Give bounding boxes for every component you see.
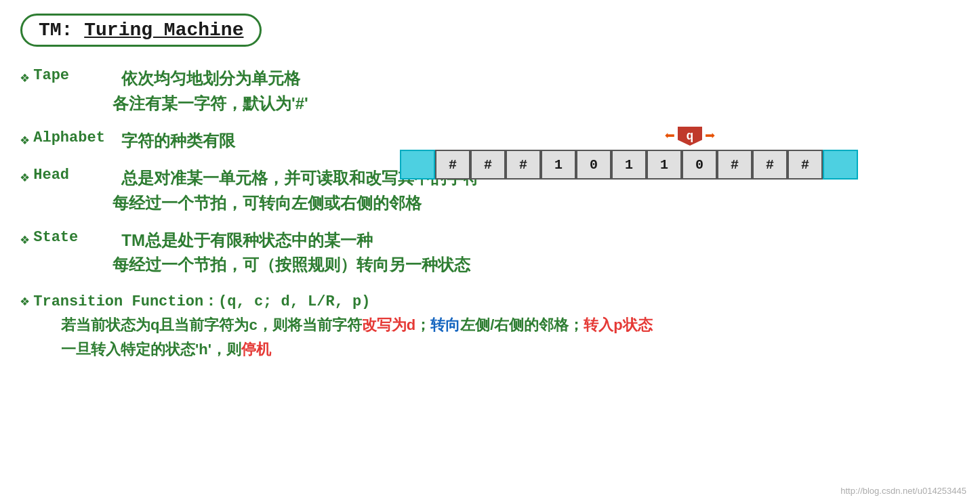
tape-cell-11: # — [788, 150, 823, 180]
watermark: http://blog.csdn.net/u014253445 — [840, 486, 966, 496]
transition-keyword: Transition Function：(q, c; d, L/R, p) — [33, 291, 370, 311]
transition-line2-red: 停机 — [241, 341, 271, 358]
transition-line1-red1: 改写为d — [362, 316, 415, 333]
transition-line1-mid2: 左侧/右侧的邻格； — [460, 316, 584, 333]
state-line1: TM总是处于有限种状态中的某一种 — [121, 229, 373, 252]
page-container: TM: Turing Machine ❖ Tape 依次均匀地划分为单元格 各注… — [0, 0, 980, 504]
bullet-diamond-alphabet: ❖ — [20, 131, 29, 149]
state-line2: 每经过一个节拍，可（按照规则）转向另一种状态 — [113, 254, 960, 276]
state-keyword: State — [33, 229, 121, 246]
tape-section: ❖ Tape 依次均匀地划分为单元格 各注有某一字符，默认为'#' — [20, 67, 960, 114]
state-row1: ❖ State TM总是处于有限种状态中的某一种 — [20, 229, 960, 252]
transition-line2: 一旦转入特定的状态'h'，则停机 — [61, 339, 960, 360]
tape-cell-1: # — [435, 150, 470, 180]
tape-cell-4: 1 — [541, 150, 576, 180]
arrow-right-icon: ➡ — [705, 125, 716, 147]
bullet-diamond-head: ❖ — [20, 168, 29, 186]
tape-cells-row: ###10110### — [400, 150, 858, 180]
bullet-diamond-state: ❖ — [20, 230, 29, 249]
head-indicator: ⬅ q ➡ — [664, 125, 715, 147]
transition-line1: 若当前状态为q且当前字符为c，则将当前字符改写为d；转向左侧/右侧的邻格；转入p… — [61, 315, 960, 335]
tape-cell-5: 0 — [576, 150, 611, 180]
tape-cell-6: 1 — [611, 150, 647, 180]
transition-line1-red2: 转入p状态 — [584, 316, 652, 333]
alphabet-line1: 字符的种类有限 — [121, 129, 235, 152]
alphabet-keyword: Alphabet — [33, 129, 121, 146]
tape-cell-3: # — [506, 150, 541, 180]
transition-section: ❖ Transition Function：(q, c; d, L/R, p) … — [20, 291, 960, 360]
transition-line1-pre: 若当前状态为q且当前字符为c，则将当前字符 — [61, 316, 362, 333]
title-main: Turing Machine — [84, 20, 243, 41]
bullet-diamond-tape: ❖ — [20, 68, 29, 87]
head-keyword: Head — [33, 167, 121, 184]
tape-cell-10: # — [752, 150, 788, 180]
title-text: TM: Turing Machine — [39, 20, 243, 41]
transition-line2-pre: 一旦转入特定的状态'h'，则 — [61, 341, 241, 358]
title-box: TM: Turing Machine — [20, 14, 262, 47]
state-section: ❖ State TM总是处于有限种状态中的某一种 每经过一个节拍，可（按照规则）… — [20, 229, 960, 276]
bullet-diamond-transition: ❖ — [20, 292, 29, 310]
transition-line1-mid: ； — [415, 316, 430, 333]
tape-keyword: Tape — [33, 67, 121, 84]
tape-cell-7: 1 — [647, 150, 682, 180]
tape-cell-9: # — [717, 150, 752, 180]
transition-line1-blue1: 转向 — [430, 316, 460, 333]
tape-row1: ❖ Tape 依次均匀地划分为单元格 — [20, 67, 960, 90]
tape-cell-12 — [823, 150, 858, 180]
title-prefix: TM: — [39, 20, 84, 41]
tape-visualization: ⬅ q ➡ ###10110### — [400, 125, 858, 180]
tape-cell-2: # — [470, 150, 506, 180]
head-badge: q — [678, 127, 702, 146]
tape-line2: 各注有某一字符，默认为'#' — [113, 93, 960, 114]
tape-cell-0 — [400, 150, 435, 180]
tape-cell-8: 0 — [682, 150, 717, 180]
transition-row1: ❖ Transition Function：(q, c; d, L/R, p) — [20, 291, 960, 311]
arrow-left-icon: ⬅ — [664, 125, 675, 147]
tape-line1: 依次均匀地划分为单元格 — [121, 67, 300, 90]
head-line2: 每经过一个节拍，可转向左侧或右侧的邻格 — [113, 192, 960, 214]
